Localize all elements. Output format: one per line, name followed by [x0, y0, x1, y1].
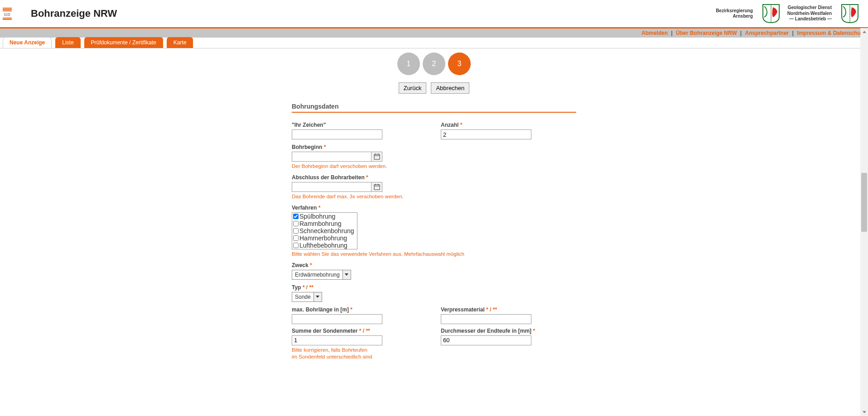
chevron-down-icon[interactable] — [313, 292, 322, 301]
svg-rect-4 — [374, 185, 380, 190]
sondenmeter-input[interactable] — [292, 335, 382, 345]
verfahren-label: Verfahren * — [292, 205, 576, 211]
scroll-up-icon[interactable] — [860, 28, 868, 36]
tab-docs[interactable]: Prüfdokumente / Zertifikate — [84, 37, 163, 48]
zeichen-label: "Ihr Zeichen" — [292, 122, 427, 128]
verfahren-option[interactable]: Hammerbohrung — [292, 234, 357, 242]
verfahren-option[interactable]: Schneckenbohrung — [292, 227, 357, 234]
zweck-label: Zweck * — [292, 262, 576, 268]
step-2[interactable]: 2 — [423, 53, 445, 75]
org-arnsberg: Bezirksregierung Arnsberg — [716, 8, 753, 19]
anzahl-input[interactable] — [441, 129, 531, 139]
verfahren-option[interactable]: Spülbohrung — [292, 213, 357, 220]
calendar-icon — [374, 184, 380, 190]
crest-nrw-2 — [841, 4, 859, 24]
logout-link[interactable]: Abmelden — [641, 30, 668, 36]
anzahl-label: Anzahl * — [441, 122, 576, 128]
abschluss-calendar-button[interactable] — [371, 182, 382, 192]
verpress-input[interactable] — [441, 314, 531, 324]
imprint-link[interactable]: Impressum & Datenschutz — [797, 30, 865, 36]
step-3[interactable]: 3 — [448, 53, 471, 75]
tab-new[interactable]: Neue Anzeige — [3, 37, 52, 48]
durchmesser-input[interactable] — [441, 335, 531, 345]
form-content: 1 2 3 Zurück Abbrechen Bohrungsdaten "Ih… — [289, 53, 579, 360]
abschluss-input[interactable] — [292, 182, 371, 192]
chevron-down-icon[interactable] — [342, 270, 351, 279]
verfahren-checkbox[interactable] — [293, 235, 299, 241]
tab-list[interactable]: Liste — [55, 37, 80, 48]
back-button[interactable]: Zurück — [399, 82, 427, 94]
durchmesser-label: Durchmesser der Endteufe in [mm] * — [441, 328, 576, 334]
bohrbeginn-input[interactable] — [292, 152, 371, 162]
svg-rect-0 — [374, 154, 380, 159]
page-scrollbar[interactable] — [860, 28, 868, 378]
crest-nrw-1 — [762, 4, 780, 24]
step-1[interactable]: 1 — [397, 53, 420, 75]
page-header: GD Bohranzeige NRW Bezirksregierung Arns… — [0, 0, 868, 29]
verfahren-checkbox[interactable] — [293, 221, 299, 226]
verfahren-option[interactable]: Rammbohrung — [292, 220, 357, 227]
bohrlaenge-label: max. Bohrlänge in [m] * — [292, 306, 427, 313]
scroll-thumb[interactable] — [861, 173, 867, 232]
verfahren-option-label: Spülbohrung — [299, 213, 335, 220]
bohrlaenge-input[interactable] — [292, 314, 382, 324]
about-link[interactable]: Über Bohranzeige NRW — [676, 30, 737, 36]
logo-gd: GD — [2, 8, 13, 20]
bohrbeginn-hint: Der Bohrbeginn darf verschoben werden. — [292, 163, 576, 170]
verfahren-option-label: Hammerbohrung — [299, 234, 347, 242]
utility-nav: Abmelden | Über Bohranzeige NRW | Anspre… — [0, 29, 868, 38]
verfahren-checkbox[interactable] — [293, 243, 299, 248]
org-gd: Geologischer Dienst Nordrhein-Westfalen … — [787, 5, 832, 22]
verfahren-option-label: Lufthebebohrung — [299, 242, 347, 249]
typ-label: Typ * / ** — [292, 284, 576, 291]
verfahren-hint: Bitte wählen Sie das verwendete Verfahre… — [292, 251, 576, 258]
verfahren-checkbox[interactable] — [293, 214, 299, 219]
wizard-steps: 1 2 3 — [292, 53, 576, 75]
abschluss-hint: Das Bohrende darf max. 3x verschoben wer… — [292, 193, 576, 200]
contact-link[interactable]: Ansprechpartner — [745, 30, 789, 36]
verfahren-option[interactable]: Lufthebebohrung — [292, 242, 357, 249]
verfahren-multiselect[interactable]: SpülbohrungRammbohrungSchneckenbohrungHa… — [292, 212, 357, 249]
tab-map[interactable]: Karte — [167, 37, 193, 48]
section-title: Bohrungsdaten — [292, 103, 576, 113]
bohrbeginn-label: Bohrbeginn * — [292, 144, 576, 150]
cancel-button[interactable]: Abbrechen — [431, 82, 469, 94]
bohrbeginn-calendar-button[interactable] — [371, 152, 382, 162]
abschluss-label: Abschluss der Bohrarbeiten * — [292, 174, 576, 181]
calendar-icon — [374, 153, 380, 160]
zweck-select[interactable]: Erdwärmebohrung — [292, 270, 351, 280]
sondenmeter-hint: Bitte korrigieren, falls Bohrteufen im S… — [292, 347, 373, 360]
sondenmeter-label: Summe der Sondenmeter * / ** — [292, 328, 427, 334]
verfahren-option-label: Schneckenbohrung — [299, 227, 354, 234]
main-tabs: Neue Anzeige Liste Prüfdokumente / Zerti… — [0, 37, 868, 48]
site-title: Bohranzeige NRW — [31, 8, 117, 19]
verfahren-option-label: Rammbohrung — [299, 220, 342, 227]
typ-select[interactable]: Sonde — [292, 292, 322, 302]
verfahren-checkbox[interactable] — [293, 228, 299, 234]
zeichen-input[interactable] — [292, 129, 382, 139]
verpress-label: Verpressmaterial * / ** — [441, 306, 576, 313]
